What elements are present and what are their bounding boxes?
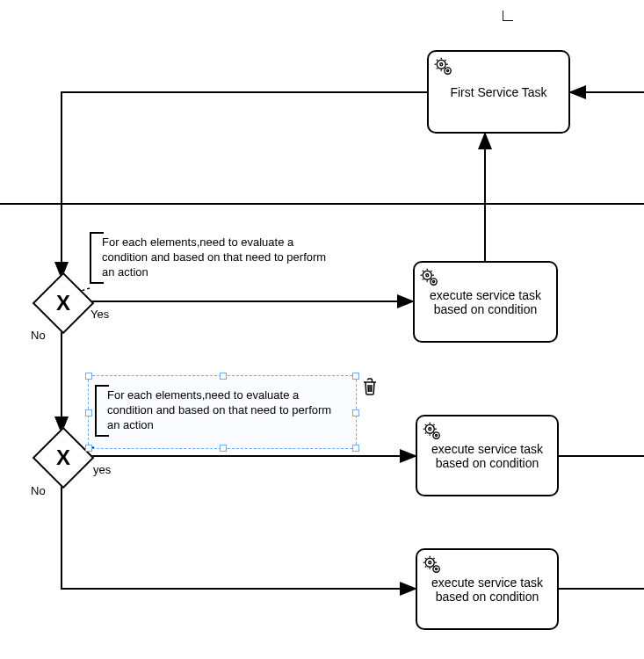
svg-line-45 — [425, 432, 426, 433]
execute-service-task-2[interactable]: execute service task based on condition — [416, 415, 559, 496]
annotation-text: For each elements,need to evaluate a con… — [107, 388, 331, 431]
corner-mark: ∟ — [499, 5, 517, 25]
svg-point-49 — [435, 434, 437, 436]
annotation-1[interactable]: For each elements,need to evaluate a con… — [90, 232, 344, 284]
svg-point-23 — [423, 271, 431, 279]
gear-icon — [434, 57, 453, 79]
svg-line-59 — [425, 558, 426, 559]
svg-point-60 — [433, 566, 439, 572]
execute-service-task-1[interactable]: execute service task based on condition — [413, 261, 558, 343]
svg-point-21 — [445, 68, 451, 74]
svg-line-30 — [423, 279, 423, 279]
gateway2-yes-label: yes — [93, 463, 111, 476]
svg-point-39 — [429, 428, 431, 431]
exclusive-gateway-2[interactable]: X — [33, 427, 95, 489]
gear-icon — [420, 268, 439, 290]
gear-icon — [423, 422, 442, 444]
annotation-text: For each elements,need to evaluate a con… — [102, 235, 326, 279]
svg-line-44 — [433, 424, 434, 425]
svg-point-22 — [446, 69, 448, 71]
svg-point-61 — [435, 568, 437, 569]
svg-line-47 — [425, 424, 426, 425]
svg-point-50 — [425, 558, 434, 567]
gear-icon — [423, 555, 442, 577]
gateway-x-icon: X — [56, 291, 70, 315]
svg-point-12 — [440, 63, 443, 66]
svg-line-56 — [433, 558, 434, 559]
exclusive-gateway-1[interactable]: X — [33, 272, 95, 335]
svg-line-18 — [437, 68, 438, 69]
trash-icon[interactable] — [361, 377, 379, 400]
svg-point-33 — [431, 279, 437, 285]
svg-point-34 — [432, 280, 434, 282]
svg-point-48 — [433, 432, 439, 438]
task-label: execute service task based on condition — [424, 442, 550, 470]
task-label: execute service task based on condition — [422, 288, 549, 316]
svg-line-57 — [425, 566, 426, 567]
annotation-2[interactable]: For each elements,need to evaluate a con… — [95, 385, 350, 437]
svg-line-29 — [431, 271, 431, 272]
gateway1-yes-label: Yes — [90, 308, 109, 321]
gateway2-no-label: No — [31, 484, 46, 497]
gateway-x-icon: X — [56, 445, 70, 470]
svg-point-51 — [429, 561, 431, 564]
gateway1-no-label: No — [31, 329, 46, 342]
task-label: First Service Task — [450, 85, 546, 99]
svg-line-20 — [437, 60, 438, 61]
svg-point-24 — [426, 274, 429, 277]
task-label: execute service task based on condition — [424, 576, 550, 604]
svg-line-32 — [423, 271, 423, 272]
svg-point-11 — [437, 60, 445, 69]
first-service-task[interactable]: First Service Task — [427, 50, 570, 134]
execute-service-task-3[interactable]: execute service task based on condition — [416, 548, 559, 630]
svg-line-17 — [445, 60, 445, 61]
svg-point-38 — [425, 424, 434, 433]
